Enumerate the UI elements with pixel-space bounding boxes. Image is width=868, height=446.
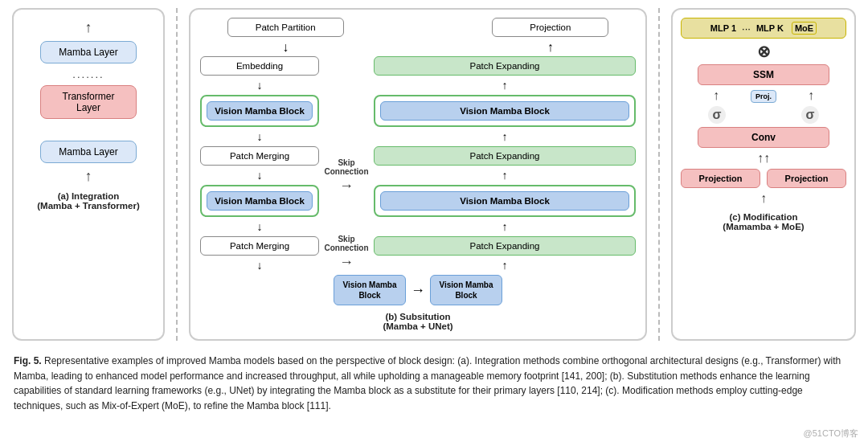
watermark: @51CTO博客 <box>804 428 858 440</box>
arrow-down-bottom: ↑ <box>85 168 92 185</box>
arrow-vd1: ↑ <box>374 130 636 143</box>
mlp1-label: MLP 1 <box>710 23 736 33</box>
decoder-group-1: Vision Mamba Block <box>374 95 636 127</box>
mlpK-label: MLP K <box>756 23 784 33</box>
skip-conn-2-area: Skip Connection → <box>325 235 369 271</box>
diagrams-row: ↑ Mamba Layer ....... Transformer Layer … <box>12 8 856 341</box>
multiply-icon: ⊗ <box>757 42 771 61</box>
patch-merging-2: Patch Merging <box>200 236 319 256</box>
conv-box: Conv <box>698 127 830 148</box>
projection-row: Projection Projection <box>681 169 846 188</box>
panel-a-label: (a) Integration (Mamba + Transformer) <box>37 191 140 211</box>
divider-bc <box>658 8 660 341</box>
bottom-vmb-row: Vision Mamba Block → Vision Mamba Block <box>334 275 502 305</box>
patch-expanding-2: Patch Expanding <box>374 146 636 166</box>
moe-label: MoE <box>792 22 817 35</box>
proj-badge: Proj. <box>751 90 776 103</box>
vmb-dec-2: Vision Mamba Block <box>380 191 629 211</box>
vmb-bottom-1: Vision Mamba Block <box>334 275 406 305</box>
proj-box-1: Projection <box>681 169 760 188</box>
projection-box: Projection <box>492 18 608 37</box>
arrow-right-ssm: ↑ <box>808 88 814 103</box>
arrow-pp-down: ↓ <box>227 40 344 55</box>
patch-expanding-3: Patch Expanding <box>374 236 636 256</box>
sigma-right: σ <box>801 106 819 124</box>
main-container: ↑ Mamba Layer ....... Transformer Layer … <box>0 0 868 424</box>
encoder-group-2: Vision Mamba Block <box>200 185 319 217</box>
arrow-up-top: ↑ <box>85 19 92 36</box>
divider-ab <box>176 8 178 341</box>
caption: Fig. 5. Representative examples of impro… <box>12 350 856 416</box>
panel-c-label: (c) Modification (Mamamba + MoE) <box>723 212 804 231</box>
arrow-vmb2: ↓ <box>200 220 319 233</box>
vmb-enc-1: Vision Mamba Block <box>207 101 313 121</box>
encoder-group-1: Vision Mamba Block <box>200 95 319 127</box>
sigma-left: σ <box>708 106 726 124</box>
embedding-box: Embedding <box>200 56 319 76</box>
panel-b-label: (b) Subsitution (Mamba + UNet) <box>383 312 452 331</box>
panel-a-inner: ↑ Mamba Layer ....... Transformer Layer … <box>22 19 155 185</box>
proj-box-2: Projection <box>767 169 846 188</box>
caption-text: Representative examples of improved Mamb… <box>14 355 841 411</box>
arrow-input: ↑ <box>760 191 767 206</box>
dots-label: ....... <box>72 68 104 80</box>
arrow-emb: ↓ <box>200 79 319 92</box>
arrow-pe1: ↑ <box>374 79 636 92</box>
arrow-conv-down: ↑↑ <box>757 151 770 166</box>
decoder-group-2: Vision Mamba Block <box>374 185 636 217</box>
arrow-proj-up: ↑ <box>492 40 608 55</box>
caption-fig-label: Fig. 5. <box>14 355 42 366</box>
moe-row: MLP 1 ··· MLP K MoE <box>681 18 846 39</box>
mlp-dots: ··· <box>742 23 751 35</box>
arrow-vmb1: ↓ <box>200 130 319 143</box>
arrow-btm: → <box>411 282 425 299</box>
ssm-box: SSM <box>698 64 830 85</box>
patch-expanding-1: Patch Expanding <box>374 56 636 76</box>
skip-conn-1-area: Skip Connection → <box>325 158 369 194</box>
panel-b: Patch Partition Projection ↓ ↑ Embedding… <box>189 8 647 341</box>
mamba-layer-box-2: Mamba Layer <box>40 141 137 163</box>
arrow-pe2: ↑ <box>374 169 636 182</box>
vmb-bottom-2: Vision Mamba Block <box>430 275 502 305</box>
arrow-vd2: ↑ <box>374 220 636 233</box>
arrow-left-ssm: ↑ <box>713 88 719 103</box>
vmb-enc-2: Vision Mamba Block <box>207 191 313 211</box>
panel-c-inner: MLP 1 ··· MLP K MoE ⊗ SSM ↑ Proj. ↑ <box>681 18 846 206</box>
panel-a: ↑ Mamba Layer ....... Transformer Layer … <box>12 8 165 341</box>
mamba-layer-box-1: Mamba Layer <box>40 41 137 63</box>
skip-label-1: Skip Connection <box>325 158 369 176</box>
panel-c: MLP 1 ··· MLP K MoE ⊗ SSM ↑ Proj. ↑ <box>671 8 856 341</box>
arrow-pe3: ↑ <box>374 259 636 272</box>
skip-label-2: Skip Connection <box>325 235 369 252</box>
arrow-pm1: ↓ <box>200 169 319 182</box>
transformer-layer-box: Transformer Layer <box>40 85 137 119</box>
patch-partition-box: Patch Partition <box>227 18 344 37</box>
vmb-dec-1: Vision Mamba Block <box>380 101 629 121</box>
arrow-pm2: ↓ <box>200 259 319 272</box>
patch-merging-1: Patch Merging <box>200 146 319 166</box>
